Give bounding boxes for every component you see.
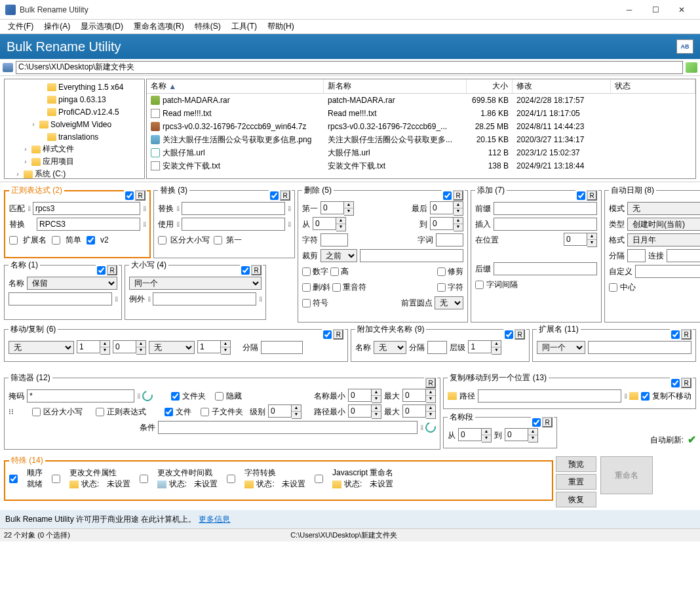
path-input[interactable] <box>16 61 683 74</box>
menu-rename-options[interactable]: 重命名选项(R) <box>128 20 189 33</box>
tree-item[interactable]: ›应用项目 <box>5 155 144 168</box>
name-enable[interactable] <box>97 266 106 275</box>
nameseg-from[interactable] <box>458 428 482 441</box>
col-newname[interactable]: 新名称 <box>324 79 467 93</box>
filters-hidden-cb[interactable] <box>215 392 224 401</box>
folder-tree[interactable]: Everything 1.5 x64pinga 0.63.13ProfiCAD.… <box>4 79 145 179</box>
add-suffix-input[interactable] <box>494 262 597 275</box>
tree-item[interactable]: pinga 0.63.13 <box>5 93 144 106</box>
remove-sym-cb[interactable] <box>302 299 311 307</box>
minimize-button[interactable]: ─ <box>616 1 642 19</box>
name-fixed-input[interactable] <box>9 292 112 305</box>
filters-subfolders-cb[interactable] <box>201 408 209 416</box>
filters-cs-cb[interactable] <box>32 408 41 416</box>
file-row[interactable]: 大眼仔旭.url大眼仔旭.url112 B2023/1/2 15:02:37 <box>147 146 695 159</box>
regex-reset[interactable]: R <box>135 190 146 201</box>
filters-cond-input[interactable] <box>158 421 418 434</box>
more-info-link[interactable]: 更多信息 <box>199 514 230 525</box>
regex-match-input[interactable] <box>33 202 140 215</box>
folder-icon[interactable] <box>448 392 457 400</box>
autodate-type-select[interactable]: 创建时间(当前) <box>627 218 700 231</box>
appendfolder-sep[interactable] <box>427 341 447 354</box>
rename-button[interactable]: 重命名 <box>600 456 653 494</box>
remove-high-cb[interactable] <box>330 267 339 276</box>
js-icon[interactable] <box>332 481 341 488</box>
remove-leaddot-select[interactable]: 无 <box>435 296 463 309</box>
menu-display[interactable]: 显示选项(D) <box>75 20 128 33</box>
folder-icon[interactable] <box>3 63 13 72</box>
ts-icon[interactable] <box>157 481 166 488</box>
tree-item[interactable]: ›样式文件 <box>5 143 144 155</box>
remove-ds-cb[interactable] <box>302 283 311 292</box>
movecopy-sep-input[interactable] <box>261 341 303 354</box>
add-prefix-input[interactable] <box>494 202 597 215</box>
filters-folders-cb[interactable] <box>171 392 180 401</box>
menu-tools[interactable]: 工具(T) <box>226 20 262 33</box>
movecopy-sel1[interactable]: 无 <box>9 341 74 354</box>
movecopy-n2[interactable] <box>197 340 221 353</box>
remove-enable[interactable] <box>443 191 452 200</box>
copymove-enable[interactable] <box>671 379 680 387</box>
copymove-nomove-cb[interactable] <box>641 392 650 401</box>
nameseg-enable[interactable] <box>532 418 541 427</box>
menu-special[interactable]: 特殊(S) <box>189 20 226 33</box>
remove-to-input[interactable] <box>430 217 454 230</box>
menu-action[interactable]: 操作(A) <box>39 20 75 33</box>
special-charenc-cb[interactable] <box>227 475 235 483</box>
filters-reset[interactable]: R <box>425 378 436 388</box>
regex-v2-cb[interactable] <box>87 236 95 245</box>
col-size[interactable]: 大小 <box>467 79 513 93</box>
maximize-button[interactable]: ☐ <box>642 1 669 19</box>
remove-crop-select[interactable]: 之前 <box>321 249 357 262</box>
preview-button[interactable]: 预览 <box>556 456 596 472</box>
ext-select[interactable]: 同一个 <box>537 341 585 354</box>
attrs-icon[interactable] <box>69 481 79 488</box>
charenc-icon[interactable] <box>244 481 254 488</box>
remove-reset[interactable]: R <box>453 190 463 201</box>
regex-replace-input[interactable] <box>37 218 140 231</box>
remove-from-input[interactable] <box>313 217 336 230</box>
menu-file[interactable]: 文件(F) <box>3 20 39 33</box>
filters-files-cb[interactable] <box>165 408 173 416</box>
case-reset[interactable]: R <box>251 265 262 275</box>
filters-namemax[interactable] <box>402 389 426 402</box>
case-select[interactable]: 同一个 <box>129 277 262 290</box>
col-modified[interactable]: 修改 <box>513 79 611 93</box>
file-row[interactable]: 安装文件下载.txt安装文件下载.txt138 B2024/9/21 13:18… <box>147 159 695 172</box>
tree-item[interactable]: translations <box>5 130 144 143</box>
add-pos-input[interactable] <box>564 233 587 246</box>
filters-mask-input[interactable] <box>27 389 134 403</box>
refresh-icon-2[interactable] <box>423 420 438 435</box>
reset-button[interactable]: 重置 <box>556 474 596 490</box>
autodate-cent-cb[interactable] <box>609 283 617 292</box>
special-js-cb[interactable] <box>315 475 323 483</box>
remove-crop-text[interactable] <box>360 249 463 262</box>
movecopy-enable[interactable] <box>323 330 332 339</box>
col-name[interactable]: 名称 ▲ <box>147 79 324 93</box>
filters-pathmin[interactable] <box>348 404 372 418</box>
remove-chars2-cb[interactable] <box>437 283 446 292</box>
remove-first-input[interactable] <box>321 201 344 214</box>
filters-pathmax[interactable] <box>402 404 426 418</box>
filters-level-input[interactable] <box>268 404 292 418</box>
movecopy-sel2[interactable]: 无 <box>149 341 195 354</box>
replace-first-cb[interactable] <box>214 236 222 245</box>
copymove-path-input[interactable] <box>478 389 621 403</box>
refresh-icon[interactable] <box>140 389 155 403</box>
menu-help[interactable]: 帮助(H) <box>262 20 300 33</box>
add-wordspace-cb[interactable] <box>475 281 484 289</box>
appendfolder-select[interactable]: 无 <box>374 341 406 354</box>
replace-enable[interactable] <box>270 191 279 200</box>
case-enable[interactable] <box>241 266 250 275</box>
tree-item[interactable]: ProfiCAD.v12.4.5 <box>5 106 144 118</box>
appendfolder-level[interactable] <box>468 340 492 353</box>
go-icon[interactable] <box>686 62 697 73</box>
add-enable[interactable] <box>577 191 585 200</box>
appendfolder-reset[interactable]: R <box>515 329 525 340</box>
autodate-link-input[interactable] <box>667 249 700 262</box>
movecopy-reset[interactable]: R <box>333 329 343 340</box>
regex-simple-cb[interactable] <box>52 236 60 245</box>
replace-reset[interactable]: R <box>280 190 290 201</box>
autodate-custom-input[interactable] <box>635 265 700 278</box>
col-status[interactable]: 状态 <box>611 79 695 93</box>
